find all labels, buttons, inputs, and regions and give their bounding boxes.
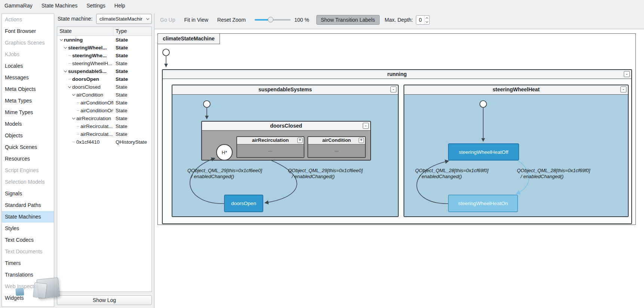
sidebar-item-meta-objects[interactable]: Meta Objects [2, 83, 54, 95]
sidebar-item-actions[interactable]: Actions [2, 14, 54, 25]
reset-zoom-button[interactable]: Reset Zoom [217, 17, 246, 23]
column-header-type[interactable]: Type [113, 27, 151, 36]
collapsed-content: ... [308, 144, 365, 157]
spinner-down-icon[interactable] [426, 20, 428, 22]
state-diagram-canvas[interactable]: climateStateMachine running - suspendabl… [154, 29, 644, 308]
state-type: State [113, 44, 151, 52]
branch-line [75, 126, 80, 126]
tree-row-steeringwhe[interactable]: steeringWhe...State [57, 52, 151, 60]
state-machine-combo[interactable]: climateStateMachir [96, 14, 152, 24]
state-title-bar: steeringWheelHeat - [404, 85, 628, 95]
branch-line [75, 103, 80, 103]
transition-signal: QObject_QML_29[this=0x1cf6ee0] [288, 168, 363, 174]
tree-row-running[interactable]: runningState [57, 36, 151, 44]
diagram-toolbar: Go Up Fit in View Reset Zoom 100 % Show … [154, 13, 644, 26]
tree-row-suspendables[interactable]: suspendableS...State [57, 67, 151, 75]
tree-row-airconditionoff[interactable]: airConditionOffState [57, 99, 151, 107]
sidebar-item-locales[interactable]: Locales [2, 60, 54, 72]
machine-name-tab[interactable]: climateStateMachine [157, 33, 220, 44]
sidebar-item-text-codecs[interactable]: Text Codecs [2, 234, 54, 246]
state-type: State [113, 122, 151, 130]
sidebar-item-messages[interactable]: Messages [2, 72, 54, 83]
zoom-slider[interactable] [255, 17, 291, 23]
tree-header: State Type [57, 27, 151, 36]
collapse-button[interactable]: - [624, 71, 630, 77]
sidebar-item-models[interactable]: Models [2, 118, 54, 130]
tree-row-steeringwheelh[interactable]: steeringWheelH...State [57, 60, 151, 67]
sidebar-item-text-documents[interactable]: Text Documents [2, 246, 54, 257]
expander-icon[interactable] [59, 39, 64, 40]
state-air-recirculation[interactable]: airRecirculation + ... [236, 136, 304, 158]
expander-icon[interactable] [63, 47, 68, 48]
history-state[interactable]: H* [216, 144, 233, 161]
sidebar-item-meta-types[interactable]: Meta Types [2, 95, 54, 107]
go-up-button[interactable]: Go Up [160, 17, 175, 23]
menu-item-help[interactable]: Help [110, 0, 130, 11]
state-title-bar: airRecirculation + [237, 137, 304, 144]
expander-icon[interactable] [63, 71, 68, 72]
tree-row-airrecirculat[interactable]: airRecirculat...State [57, 130, 151, 138]
sidebar-item-script-engines[interactable]: Script Engines [2, 165, 54, 176]
sidebar-item-objects[interactable]: Objects [2, 130, 54, 141]
tree-row-airconditionon[interactable]: airConditionOnState [57, 107, 151, 115]
branch-line [75, 110, 80, 111]
fit-in-view-button[interactable]: Fit in View [184, 17, 208, 23]
state-steering-wheel-heat-on[interactable]: steeringWheelHeatOn [448, 195, 518, 212]
sidebar-item-kjobs[interactable]: KJobs [2, 49, 54, 60]
menu-item-settings[interactable]: Settings [82, 0, 110, 11]
collapse-button[interactable]: - [390, 86, 396, 92]
sidebar-item-widgets[interactable]: Widgets [2, 292, 54, 304]
sidebar-item-styles[interactable]: Styles [2, 223, 54, 234]
state-doors-open[interactable]: doorsOpen [224, 195, 263, 212]
sidebar-item-web-inspector[interactable]: Web Inspector [2, 281, 54, 292]
state-title: airCondition [322, 137, 351, 143]
show-log-button[interactable]: Show Log [57, 295, 152, 305]
spinner-up-icon[interactable] [426, 17, 428, 19]
transition-signal: QObject_QML_28[this=0x1cf69f0] [517, 168, 590, 174]
sidebar-item-graphics-scenes[interactable]: Graphics Scenes [2, 37, 54, 49]
transition-label: QObject_QML_29[this=0x1cf6ee0] / enabled… [187, 168, 262, 180]
menu-item-gammaray[interactable]: GammaRay [0, 0, 37, 11]
branch-line [71, 142, 76, 142]
sidebar-item-quick-scenes[interactable]: Quick Scenes [2, 141, 54, 153]
slider-handle[interactable] [268, 17, 273, 22]
expander-icon[interactable] [67, 86, 72, 88]
sidebar-item-translations[interactable]: Translations [2, 269, 54, 281]
sidebar-item-font-browser[interactable]: Font Browser [2, 25, 54, 37]
sidebar-item-timers[interactable]: Timers [2, 257, 54, 269]
branch-line [67, 63, 72, 64]
sidebar-item-signals[interactable]: Signals [2, 188, 54, 199]
state-title: airRecirculation [252, 137, 289, 143]
transition-signal: QObject_QML_29[this=0x1cf6ee0] [187, 168, 262, 174]
expand-button[interactable]: + [359, 138, 364, 143]
expander-icon[interactable] [71, 118, 76, 119]
sidebar-item-state-machines[interactable]: State Machines [2, 211, 54, 223]
state-name: airConditionOff [80, 99, 113, 107]
state-steering-wheel-heat-off[interactable]: steeringWheelHeatOff [448, 143, 519, 161]
transition-label: QObject_QML_28[this=0x1cf69f0] / enabled… [415, 168, 488, 180]
menu-item-state-machines[interactable]: State Machines [37, 0, 82, 11]
sidebar-item-resources[interactable]: Resources [2, 153, 54, 165]
tree-row-aircondition[interactable]: airConditionState [57, 91, 151, 99]
collapse-button[interactable]: - [620, 86, 626, 92]
state-air-condition[interactable]: airCondition + ... [307, 136, 366, 158]
tree-row-doorsclosed[interactable]: doorsClosedState [57, 83, 151, 91]
combo-value: climateStateMachir [96, 16, 144, 22]
tree-row-airrecirculat[interactable]: airRecirculat...State [57, 122, 151, 130]
max-depth-spinner[interactable]: 0 [416, 15, 430, 25]
collapse-button[interactable]: - [363, 123, 369, 129]
sidebar-item-selection-models[interactable]: Selection Models [2, 176, 54, 188]
sidebar-item-standard-paths[interactable]: Standard Paths [2, 199, 54, 211]
tree-row-steeringwheel[interactable]: steeringWheel...State [57, 44, 151, 52]
column-header-state[interactable]: State [57, 27, 113, 36]
tree-row-0x1cf4410[interactable]: 0x1cf4410QHistoryState [57, 138, 151, 146]
state-name: airRecirculat... [80, 122, 113, 130]
transition-action: / enabledChanged() [288, 174, 363, 180]
tree-row-airrecirculation[interactable]: airRecirculationState [57, 115, 151, 122]
show-transition-labels-toggle[interactable]: Show Transition Labels [316, 15, 380, 25]
expander-icon[interactable] [71, 94, 76, 95]
state-name: suspendableS... [68, 67, 107, 75]
tree-row-doorsopen[interactable]: doorsOpenState [57, 75, 151, 83]
sidebar-item-mime-types[interactable]: Mime Types [2, 107, 54, 118]
expand-button[interactable]: + [297, 138, 303, 143]
